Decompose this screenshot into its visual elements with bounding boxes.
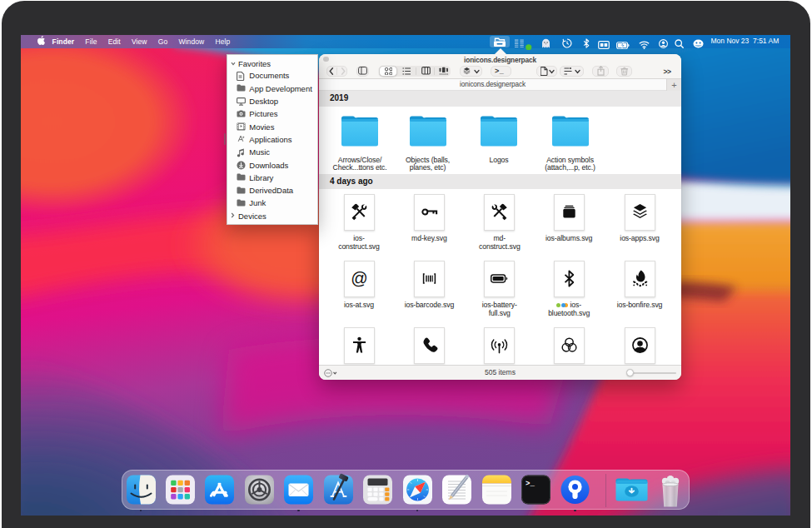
svg-text:>_: >_ (526, 480, 535, 488)
svg-text:@: @ (351, 269, 367, 287)
